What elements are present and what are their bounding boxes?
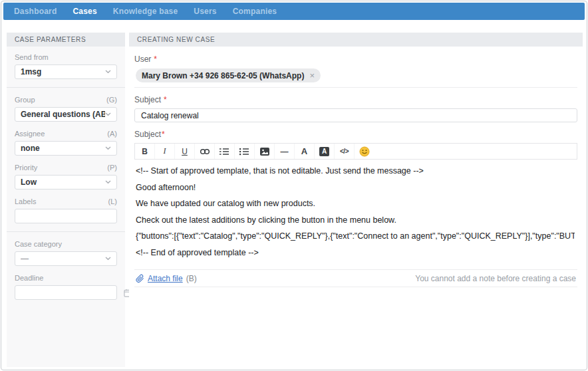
labels-label: Labels [15, 197, 36, 205]
priority-label: Priority [15, 164, 37, 172]
body-label: Subject [134, 130, 161, 139]
nav-item-users[interactable]: Users [194, 7, 216, 16]
case-parameters-title: CASE PARAMETERS [7, 33, 125, 47]
chevron-down-icon [105, 146, 111, 150]
bold-button[interactable]: B [135, 144, 155, 159]
nav-item-dashboard[interactable]: Dashboard [14, 7, 57, 16]
sidebar-divider [7, 231, 125, 232]
link-icon[interactable] [195, 144, 215, 159]
editor-line: Good afternoon! [136, 184, 575, 192]
nav-item-companies[interactable]: Companies [233, 7, 277, 16]
attach-file-link[interactable]: Attach file [148, 274, 183, 283]
background-color-label: A [319, 147, 329, 156]
deadline-label: Deadline [15, 274, 43, 282]
send-from-value: 1msg [21, 67, 105, 76]
remove-chip-icon[interactable]: × [309, 71, 315, 80]
user-chip-text: Mary Brown +34 926 865-62-05 (WhatsApp) [142, 71, 304, 80]
priority-value: Low [21, 178, 105, 187]
deadline-input-wrap [15, 285, 117, 300]
editor-toolbar: B I U — A A </> [134, 143, 577, 160]
attach-row: Attach file (B) You cannot add a note be… [134, 269, 577, 287]
field-labels: Labels (L) [15, 197, 117, 223]
priority-shortcut: (P) [107, 164, 117, 172]
case-category-value: — [21, 254, 105, 263]
labels-input[interactable] [21, 211, 124, 221]
labels-shortcut: (L) [108, 197, 117, 205]
assignee-value: none [21, 144, 105, 153]
image-icon[interactable] [255, 144, 275, 159]
group-select[interactable]: General questions (ABC) [15, 107, 117, 122]
unordered-list-icon[interactable] [235, 144, 255, 159]
required-mark: * [162, 130, 165, 139]
priority-select[interactable]: Low [15, 175, 117, 189]
underline-button[interactable]: U [175, 144, 195, 159]
message-editor[interactable]: <!-- Start of approved template, that is… [134, 160, 577, 266]
editor-line: <!-- Start of approved template, that is… [136, 167, 575, 176]
case-parameters-body: Send from 1msg Group (G) Genera [7, 47, 125, 367]
field-group: Group (G) General questions (ABC) [15, 96, 117, 122]
field-priority: Priority (P) Low [15, 164, 117, 189]
emoji-icon[interactable] [355, 144, 374, 159]
group-label: Group [15, 96, 35, 104]
background-color-button[interactable]: A [315, 144, 335, 159]
chevron-down-icon [105, 70, 111, 74]
field-case-category: Case category — [15, 240, 117, 266]
send-from-label: Send from [15, 53, 49, 61]
assignee-select[interactable]: none [15, 141, 117, 156]
nav-item-cases[interactable]: Cases [73, 7, 96, 16]
editor-line: {"buttons":[{"text":"Catalog","type":"QU… [136, 232, 575, 241]
editor-line: Check out the latest additions by clicki… [136, 216, 575, 225]
paperclip-icon [136, 274, 144, 283]
subject-label: Subject [134, 95, 161, 104]
creating-new-case-title: CREATING NEW CASE [129, 33, 583, 47]
nav-item-knowledge-base[interactable]: Knowledge base [113, 7, 178, 16]
chevron-down-icon [105, 180, 111, 184]
creating-new-case-body: User * Mary Brown +34 926 865-62-05 (Wha… [129, 47, 583, 287]
case-category-select[interactable]: — [15, 251, 117, 266]
code-button[interactable]: </> [335, 144, 355, 159]
send-from-select[interactable]: 1msg [15, 64, 117, 79]
group-value: General questions (ABC) [21, 110, 105, 119]
assignee-label: Assignee [15, 130, 45, 138]
top-navbar: Dashboard Cases Knowledge base Users Com… [3, 3, 585, 20]
chevron-down-icon [105, 112, 111, 116]
subject-input[interactable] [141, 111, 571, 120]
editor-line: <!-- End of approved template --> [136, 249, 575, 257]
field-deadline: Deadline [15, 274, 117, 300]
attach-file-shortcut: (B) [186, 274, 197, 283]
user-field[interactable]: Mary Brown +34 926 865-62-05 (WhatsApp) … [134, 68, 577, 88]
user-chip: Mary Brown +34 926 865-62-05 (WhatsApp) … [136, 68, 321, 82]
case-parameters-panel: CASE PARAMETERS Send from 1msg Group [7, 33, 125, 367]
app-window: Dashboard Cases Knowledge base Users Com… [1, 1, 587, 370]
field-assignee: Assignee (A) none [15, 130, 117, 156]
deadline-input[interactable] [21, 288, 124, 297]
horizontal-rule-button[interactable]: — [275, 144, 295, 159]
required-mark: * [164, 95, 167, 104]
creating-new-case-panel: CREATING NEW CASE User * Mary Brown +34 … [129, 33, 583, 367]
user-label: User [134, 55, 151, 64]
sidebar-divider [7, 87, 125, 88]
field-send-from: Send from 1msg [15, 53, 117, 79]
labels-input-wrap [15, 209, 117, 223]
required-mark: * [154, 55, 157, 64]
subject-input-wrap [134, 108, 577, 122]
ordered-list-icon[interactable] [215, 144, 235, 159]
case-category-label: Case category [15, 240, 62, 248]
content-area: CASE PARAMETERS Send from 1msg Group [1, 20, 587, 370]
group-shortcut: (G) [106, 96, 117, 104]
text-color-button[interactable]: A [295, 144, 315, 159]
note-disabled-message: You cannot add a note before creating a … [415, 274, 576, 283]
chevron-down-icon [105, 257, 111, 261]
italic-button[interactable]: I [155, 144, 175, 159]
editor-line: We have updated our catalog with new pro… [136, 199, 575, 208]
assignee-shortcut: (A) [107, 130, 117, 138]
